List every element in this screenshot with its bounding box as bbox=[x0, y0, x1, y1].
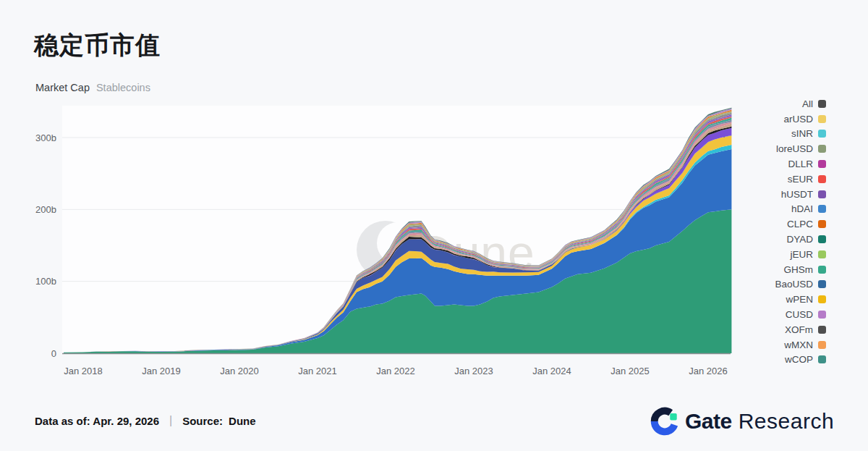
data-as-of-text: Data as of: Apr. 29, 2026 bbox=[35, 415, 159, 427]
x-tick-label: Jan 2020 bbox=[220, 366, 259, 376]
legend-item-label: XOFm bbox=[785, 324, 813, 335]
x-tick-label: Jan 2019 bbox=[142, 366, 181, 376]
legend-item-label: wPEN bbox=[786, 294, 813, 305]
legend-color-swatch bbox=[818, 175, 826, 183]
source-value: Dune bbox=[229, 415, 256, 427]
legend-item-wMXN[interactable]: wMXN bbox=[739, 337, 826, 353]
y-tick-label: 300b bbox=[35, 132, 56, 143]
legend-color-swatch bbox=[818, 326, 826, 334]
x-tick-label: Jan 2018 bbox=[64, 366, 103, 376]
brand-gate-text: Gate bbox=[685, 409, 732, 434]
series-legend[interactable]: AllarUSDsINRloreUSDDLLRsEURhUSDThDAICLPC… bbox=[739, 96, 826, 364]
legend-item-BaoUSD[interactable]: BaoUSD bbox=[739, 277, 826, 292]
legend-item-wPEN[interactable]: wPEN bbox=[739, 292, 826, 307]
legend-item-CLPC[interactable]: CLPC bbox=[739, 216, 826, 232]
legend-item-hUSDT[interactable]: hUSDT bbox=[739, 187, 826, 202]
x-tick-label: Jan 2022 bbox=[376, 366, 415, 376]
footer-separator: | bbox=[169, 414, 172, 427]
gate-logo-icon bbox=[649, 405, 681, 437]
legend-color-swatch bbox=[818, 160, 826, 168]
legend-item-label: sINR bbox=[791, 128, 813, 139]
legend-item-All[interactable]: All bbox=[739, 96, 826, 111]
x-tick-label: Jan 2025 bbox=[610, 366, 650, 376]
legend-item-sEUR[interactable]: sEUR bbox=[739, 172, 826, 187]
legend-color-swatch bbox=[818, 190, 826, 198]
stacked-area-chart: Dune 300b200b100b0 Jan 2018Jan 2019Jan 2… bbox=[0, 0, 868, 451]
legend-color-swatch bbox=[818, 355, 826, 363]
legend-item-label: arUSD bbox=[783, 114, 813, 125]
legend-color-swatch bbox=[818, 341, 826, 349]
legend-item-sINR[interactable]: sINR bbox=[739, 127, 826, 142]
legend-color-swatch bbox=[818, 266, 826, 274]
legend-color-swatch bbox=[818, 295, 826, 303]
legend-color-swatch bbox=[818, 250, 826, 258]
y-tick-label: 0 bbox=[51, 348, 56, 359]
legend-item-label: CLPC bbox=[787, 219, 813, 229]
legend-color-swatch bbox=[818, 145, 826, 153]
source-label: Source: bbox=[182, 415, 223, 427]
legend-item-label: BaoUSD bbox=[775, 279, 813, 290]
legend-item-label: jEUR bbox=[790, 249, 813, 260]
legend-item-label: hDAI bbox=[791, 203, 813, 214]
legend-item-DLLR[interactable]: DLLR bbox=[739, 156, 826, 172]
legend-color-swatch bbox=[818, 115, 826, 123]
legend-item-wCOP[interactable]: wCOP bbox=[739, 353, 826, 364]
footer-meta: Data as of: Apr. 29, 2026 | Source: Dune bbox=[35, 414, 256, 427]
x-tick-label: Jan 2024 bbox=[532, 366, 571, 376]
legend-item-label: hUSDT bbox=[781, 189, 813, 200]
legend-item-label: CUSD bbox=[786, 309, 813, 320]
legend-item-DYAD[interactable]: DYAD bbox=[739, 232, 826, 247]
legend-item-label: wCOP bbox=[785, 354, 813, 364]
legend-color-swatch bbox=[818, 205, 826, 213]
legend-color-swatch bbox=[818, 311, 826, 319]
legend-item-arUSD[interactable]: arUSD bbox=[739, 111, 826, 127]
legend-item-loreUSD[interactable]: loreUSD bbox=[739, 141, 826, 156]
legend-item-label: DLLR bbox=[788, 159, 813, 169]
legend-item-XOFm[interactable]: XOFm bbox=[739, 322, 826, 337]
legend-color-swatch bbox=[818, 280, 826, 288]
y-axis-tick-labels: 300b200b100b0 bbox=[35, 132, 56, 359]
legend-color-swatch bbox=[818, 235, 826, 243]
legend-color-swatch bbox=[818, 100, 826, 108]
legend-item-label: DYAD bbox=[786, 234, 813, 245]
legend-item-jEUR[interactable]: jEUR bbox=[739, 247, 826, 262]
brand-research-text: Research bbox=[739, 409, 834, 434]
report-page: { "page": {"background": "#F7F8FA"}, "he… bbox=[0, 0, 868, 451]
x-axis-tick-labels: Jan 2018Jan 2019Jan 2020Jan 2021Jan 2022… bbox=[64, 366, 728, 376]
legend-item-label: loreUSD bbox=[776, 143, 813, 154]
y-tick-label: 200b bbox=[35, 204, 56, 215]
x-tick-label: Jan 2026 bbox=[689, 366, 728, 376]
legend-item-label: All bbox=[802, 98, 813, 109]
x-tick-label: Jan 2023 bbox=[454, 366, 493, 376]
y-tick-label: 100b bbox=[35, 276, 56, 287]
legend-color-swatch bbox=[818, 130, 826, 138]
gate-research-logo: Gate Research bbox=[649, 405, 834, 437]
legend-item-label: sEUR bbox=[788, 174, 813, 185]
legend-item-GHSm[interactable]: GHSm bbox=[739, 262, 826, 277]
legend-item-label: wMXN bbox=[784, 340, 813, 350]
x-tick-label: Jan 2021 bbox=[298, 366, 337, 376]
legend-item-CUSD[interactable]: CUSD bbox=[739, 307, 826, 322]
legend-color-swatch bbox=[818, 220, 826, 228]
legend-item-hDAI[interactable]: hDAI bbox=[739, 202, 826, 217]
legend-item-label: GHSm bbox=[784, 264, 814, 275]
